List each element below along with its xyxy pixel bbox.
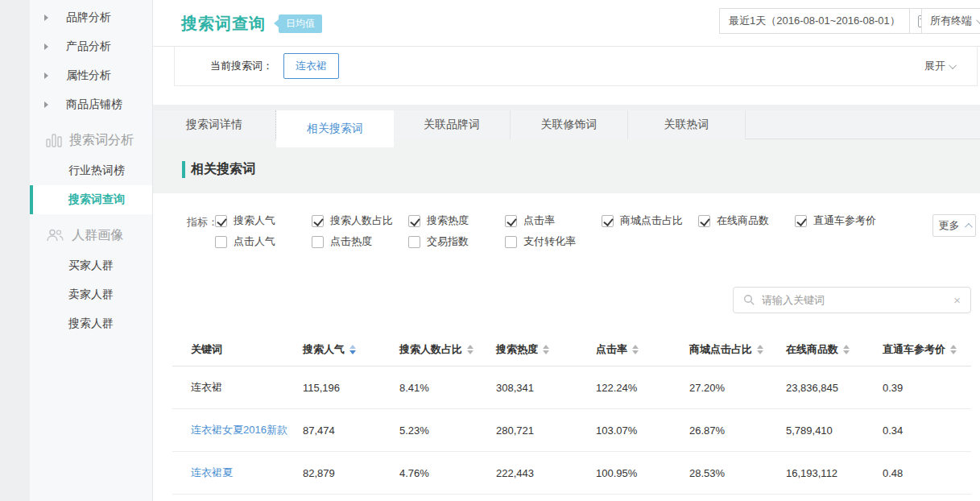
current-search-panel: 当前搜索词： 连衣裙 展开 bbox=[174, 47, 978, 86]
column-header[interactable]: 搜索热度 bbox=[496, 342, 596, 357]
terminal-select[interactable]: 所有终端 bbox=[921, 8, 980, 34]
column-header[interactable]: 商城点击占比 bbox=[689, 342, 786, 357]
sort-down-arrow bbox=[543, 350, 549, 354]
sidebar-item[interactable]: 买家人群 bbox=[30, 251, 152, 280]
sort-icon[interactable] bbox=[467, 345, 473, 354]
sidebar-item[interactable]: 行业热词榜 bbox=[30, 156, 152, 185]
indicator-checkbox-item[interactable]: 交易指数 bbox=[408, 234, 469, 249]
column-header-label: 搜索人数占比 bbox=[399, 342, 462, 357]
keyword-search-input[interactable] bbox=[762, 294, 947, 306]
checkbox-checked[interactable] bbox=[215, 215, 227, 227]
sort-up-arrow bbox=[950, 345, 957, 349]
checkbox-unchecked[interactable] bbox=[408, 236, 420, 248]
keyword-cell[interactable]: 连衣裙女夏2016新款 bbox=[191, 423, 303, 437]
column-header-label: 商城点击占比 bbox=[689, 342, 752, 357]
sidebar-section-title: 人群画像 bbox=[72, 227, 123, 244]
related-keywords-table: 关键词搜索人气搜索人数占比搜索热度点击率商城点击占比在线商品数直通车参考价连衣裙… bbox=[172, 333, 971, 495]
sidebar-section-title: 搜索词分析 bbox=[69, 132, 134, 149]
sort-up-arrow bbox=[632, 345, 639, 349]
indicator-checkbox-item[interactable]: 商城点击占比 bbox=[602, 213, 683, 228]
sort-icon[interactable] bbox=[950, 345, 957, 354]
column-header-label: 点击率 bbox=[596, 342, 627, 357]
indicator-checkbox-item[interactable]: 搜索人数占比 bbox=[312, 213, 393, 228]
chevron-right-icon bbox=[44, 101, 48, 108]
sort-icon[interactable] bbox=[632, 345, 639, 354]
sidebar-item[interactable]: 属性分析 bbox=[30, 61, 152, 90]
terminal-label: 所有终端 bbox=[930, 14, 972, 28]
checkbox-unchecked[interactable] bbox=[215, 236, 227, 248]
tab-item[interactable]: 关联热词 bbox=[628, 110, 746, 139]
keyword-link[interactable]: 连衣裙夏 bbox=[191, 466, 233, 478]
tab-item[interactable]: 搜索词详情 bbox=[153, 110, 276, 139]
chevron-right-icon bbox=[44, 43, 48, 50]
value-cell: 82,879 bbox=[303, 467, 399, 479]
indicator-label: 点击人气 bbox=[234, 234, 275, 249]
sort-down-arrow bbox=[843, 350, 850, 354]
daily-average-badge: 日均值 bbox=[279, 14, 322, 33]
sort-down-arrow bbox=[467, 350, 473, 354]
sort-icon[interactable] bbox=[349, 345, 356, 354]
sort-icon[interactable] bbox=[543, 345, 549, 354]
sort-icon[interactable] bbox=[757, 345, 763, 354]
left-rail bbox=[0, 0, 30, 501]
indicator-checkbox-item[interactable]: 搜索热度 bbox=[408, 213, 469, 228]
keyword-link[interactable]: 连衣裙女夏2016新款 bbox=[191, 424, 287, 436]
expand-label: 展开 bbox=[924, 59, 945, 73]
checkbox-checked[interactable] bbox=[602, 215, 614, 227]
indicator-checkbox-item[interactable]: 点击率 bbox=[505, 213, 555, 228]
sort-icon[interactable] bbox=[843, 345, 850, 354]
sort-down-arrow bbox=[349, 350, 356, 354]
sort-down-arrow bbox=[757, 350, 763, 354]
column-header[interactable]: 搜索人数占比 bbox=[399, 342, 496, 357]
column-header[interactable]: 直通车参考价 bbox=[883, 342, 966, 357]
indicator-label: 直通车参考价 bbox=[813, 213, 876, 228]
value-cell: 4.76% bbox=[399, 467, 496, 479]
sidebar-item[interactable]: 卖家人群 bbox=[30, 280, 152, 309]
background-gap bbox=[153, 105, 980, 110]
current-keyword-chip[interactable]: 连衣裙 bbox=[283, 53, 339, 79]
column-header-label: 搜索热度 bbox=[496, 342, 538, 357]
value-cell: 0.39 bbox=[883, 382, 966, 394]
column-header[interactable]: 在线商品数 bbox=[786, 342, 883, 357]
clear-icon[interactable]: × bbox=[953, 294, 961, 306]
sidebar-item-active[interactable]: 搜索词查询 bbox=[30, 185, 152, 214]
value-cell: 122.24% bbox=[596, 382, 689, 394]
more-button[interactable]: 更多 bbox=[932, 214, 976, 237]
column-header: 关键词 bbox=[191, 342, 303, 357]
sidebar-item[interactable]: 搜索人群 bbox=[30, 309, 152, 338]
column-header[interactable]: 搜索人气 bbox=[303, 342, 399, 357]
checkbox-checked[interactable] bbox=[408, 215, 420, 227]
tab-item[interactable]: 关联修饰词 bbox=[511, 110, 628, 139]
checkbox-unchecked[interactable] bbox=[312, 236, 324, 248]
sidebar-item-label: 产品分析 bbox=[66, 39, 111, 54]
tab-item[interactable]: 关联品牌词 bbox=[394, 110, 511, 139]
value-cell: 115,196 bbox=[303, 382, 399, 394]
date-range-picker[interactable]: 最近1天（2016-08-01~2016-08-01） 15 bbox=[719, 8, 941, 34]
sort-up-arrow bbox=[349, 345, 356, 349]
indicator-checkbox-item[interactable]: 点击人气 bbox=[215, 234, 275, 249]
indicator-checkbox-item[interactable]: 直通车参考价 bbox=[795, 213, 876, 228]
value-cell: 308,341 bbox=[496, 382, 596, 394]
checkbox-checked[interactable] bbox=[795, 215, 807, 227]
indicator-checkbox-item[interactable]: 点击热度 bbox=[312, 234, 372, 249]
indicator-label: 点击率 bbox=[523, 213, 555, 228]
keyword-cell[interactable]: 连衣裙夏 bbox=[191, 466, 303, 480]
sidebar-item[interactable]: 品牌分析 bbox=[30, 3, 152, 32]
checkbox-unchecked[interactable] bbox=[505, 236, 517, 248]
checkbox-checked[interactable] bbox=[312, 215, 324, 227]
checkbox-checked[interactable] bbox=[505, 215, 517, 227]
column-header[interactable]: 点击率 bbox=[596, 342, 689, 357]
checkbox-checked[interactable] bbox=[698, 215, 710, 227]
tab-active[interactable]: 相关搜索词 bbox=[276, 110, 394, 147]
expand-toggle[interactable]: 展开 bbox=[924, 59, 957, 73]
sidebar-item[interactable]: 产品分析 bbox=[30, 32, 152, 61]
indicator-checkbox-item[interactable]: 搜索人气 bbox=[215, 213, 275, 228]
indicator-checkbox-item[interactable]: 在线商品数 bbox=[698, 213, 769, 228]
sidebar-item[interactable]: 商品店铺榜 bbox=[30, 90, 152, 119]
value-cell: 222,443 bbox=[496, 467, 596, 479]
indicator-label: 在线商品数 bbox=[717, 213, 769, 228]
indicator-checkbox-item[interactable]: 支付转化率 bbox=[505, 234, 576, 249]
sort-up-arrow bbox=[757, 345, 763, 349]
date-range-text[interactable]: 最近1天（2016-08-01~2016-08-01） bbox=[720, 9, 909, 33]
value-cell: 27.20% bbox=[689, 382, 786, 394]
